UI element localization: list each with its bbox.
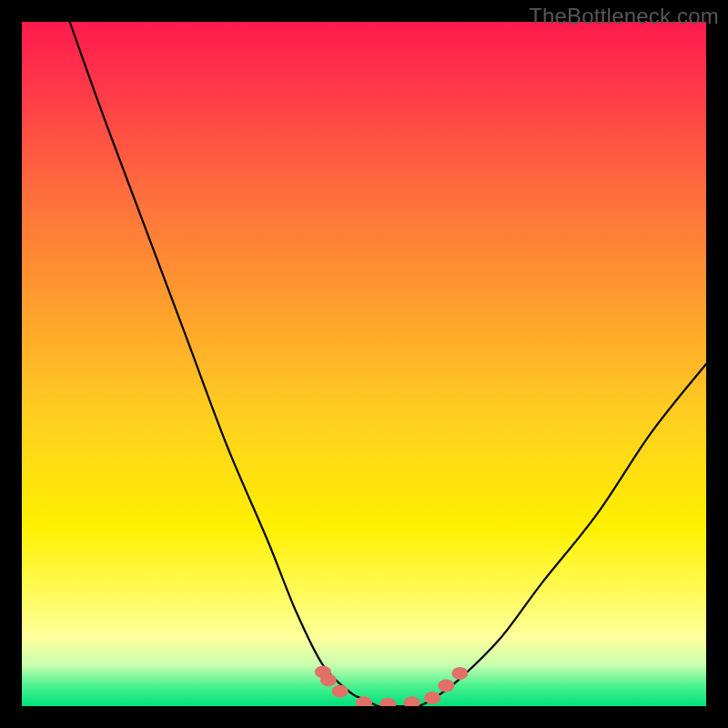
bead-marker: [332, 684, 349, 697]
bead-marker: [438, 679, 454, 692]
bead-layer: [315, 665, 468, 706]
bead-marker: [320, 673, 337, 686]
curve-right-curve: [419, 364, 706, 706]
watermark-text: TheBottleneck.com: [529, 4, 719, 29]
bead-marker: [424, 692, 440, 704]
curve-left-curve: [70, 22, 378, 706]
bead-marker: [404, 696, 420, 706]
bead-marker: [379, 698, 396, 706]
plot-area: [22, 22, 706, 706]
curve-layer: [70, 22, 706, 706]
chart-svg: [22, 22, 706, 706]
bead-marker: [451, 667, 468, 680]
